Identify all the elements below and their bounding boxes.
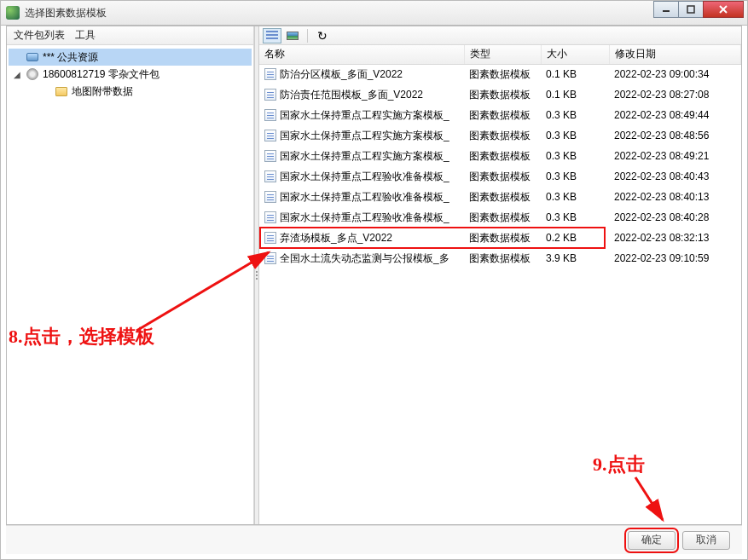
ok-button[interactable]: 确定 <box>628 531 676 550</box>
monitor-icon <box>26 50 39 64</box>
file-icon <box>264 68 276 80</box>
maximize-button[interactable] <box>678 1 704 18</box>
file-icon <box>264 130 276 141</box>
svg-rect-1 <box>687 6 694 13</box>
refresh-button[interactable]: ↻ <box>313 28 332 43</box>
file-type: 图素数据模板 <box>464 64 541 84</box>
file-size: 0.3 KB <box>541 105 609 125</box>
view-thumb-button[interactable] <box>283 28 302 43</box>
file-mtime: 2022-02-23 09:00:34 <box>609 64 741 84</box>
file-type: 图素数据模板 <box>464 84 541 105</box>
table-row[interactable]: 国家水土保持重点工程验收准备模板_图素数据模板0.3 KB2022-02-23 … <box>259 207 741 228</box>
left-panel: 文件包列表 工具 *** 公共资源◢18600812719 零杂文件包地图附带数… <box>7 26 254 524</box>
file-type: 图素数据模板 <box>464 105 541 125</box>
tree-item[interactable]: 地图附带数据 <box>9 83 252 100</box>
file-size: 0.3 KB <box>541 166 609 187</box>
file-size: 0.3 KB <box>541 146 609 166</box>
file-size: 0.3 KB <box>541 187 609 207</box>
file-mtime: 2022-02-23 08:49:21 <box>609 146 741 166</box>
tree-item-label: 18600812719 零杂文件包 <box>43 67 159 82</box>
window-title: 选择图素数据模板 <box>25 6 747 20</box>
menu-tools[interactable]: 工具 <box>75 28 96 43</box>
file-mtime: 2022-02-23 08:49:44 <box>609 105 741 125</box>
file-name: 国家水土保持重点工程实施方案模板_ <box>280 149 449 164</box>
view-list-button[interactable] <box>263 28 281 43</box>
file-type: 图素数据模板 <box>464 187 541 207</box>
file-mtime: 2022-02-23 08:32:13 <box>609 228 741 248</box>
refresh-icon: ↻ <box>317 30 328 42</box>
col-name[interactable]: 名称 <box>259 45 464 64</box>
file-name: 国家水土保持重点工程实施方案模板_ <box>280 129 449 143</box>
file-icon <box>264 232 276 244</box>
window-buttons <box>654 1 744 18</box>
file-size: 0.1 KB <box>541 64 609 84</box>
file-name: 国家水土保持重点工程验收准备模板_ <box>280 190 449 205</box>
file-type: 图素数据模板 <box>464 207 541 228</box>
file-icon <box>264 252 276 264</box>
file-type: 图素数据模板 <box>464 166 541 187</box>
file-table-wrap: 名称 类型 大小 修改日期 防治分区模板_多面_V2022图素数据模板0.1 K… <box>259 45 741 524</box>
file-icon <box>264 89 276 101</box>
table-row[interactable]: 防治分区模板_多面_V2022图素数据模板0.1 KB2022-02-23 09… <box>259 64 741 84</box>
file-name: 全国水土流失动态监测与公报模板_多 <box>280 251 449 266</box>
folder-icon <box>55 84 68 98</box>
file-icon <box>264 109 276 121</box>
file-mtime: 2022-02-23 08:40:43 <box>609 166 741 187</box>
tree-expander-icon[interactable]: ◢ <box>12 70 22 79</box>
col-mtime[interactable]: 修改日期 <box>609 45 741 64</box>
cancel-button[interactable]: 取消 <box>682 531 730 550</box>
file-mtime: 2022-02-23 08:27:08 <box>609 84 741 105</box>
file-name: 国家水土保持重点工程验收准备模板_ <box>280 211 449 225</box>
tree-item[interactable]: *** 公共资源 <box>9 49 252 66</box>
table-row[interactable]: 全国水土流失动态监测与公报模板_多图素数据模板3.9 KB2022-02-23 … <box>259 248 741 268</box>
table-row[interactable]: 弃渣场模板_多点_V2022图素数据模板0.2 KB2022-02-23 08:… <box>259 228 741 248</box>
file-name: 国家水土保持重点工程验收准备模板_ <box>280 170 449 184</box>
col-type[interactable]: 类型 <box>464 45 541 64</box>
file-size: 0.1 KB <box>541 84 609 105</box>
close-button[interactable] <box>703 1 744 18</box>
right-toolbar: ↻ <box>259 26 741 45</box>
file-size: 3.9 KB <box>541 248 609 268</box>
file-size: 0.3 KB <box>541 207 609 228</box>
app-icon <box>6 6 20 20</box>
file-name: 防治责任范围模板_多面_V2022 <box>280 88 423 102</box>
table-row[interactable]: 国家水土保持重点工程实施方案模板_图素数据模板0.3 KB2022-02-23 … <box>259 146 741 166</box>
file-name: 弃渣场模板_多点_V2022 <box>280 231 392 245</box>
table-row[interactable]: 防治责任范围模板_多面_V2022图素数据模板0.1 KB2022-02-23 … <box>259 84 741 105</box>
tree-item-label: 地图附带数据 <box>72 84 133 99</box>
table-row[interactable]: 国家水土保持重点工程验收准备模板_图素数据模板0.3 KB2022-02-23 … <box>259 166 741 187</box>
file-type: 图素数据模板 <box>464 248 541 268</box>
toolbar-separator <box>307 29 308 43</box>
menu-pkg-list[interactable]: 文件包列表 <box>14 28 65 43</box>
minimize-button[interactable] <box>653 1 679 18</box>
file-table: 名称 类型 大小 修改日期 防治分区模板_多面_V2022图素数据模板0.1 K… <box>259 45 741 268</box>
titlebar: 选择图素数据模板 <box>0 0 748 26</box>
file-mtime: 2022-02-23 08:40:13 <box>609 187 741 207</box>
tree-view[interactable]: *** 公共资源◢18600812719 零杂文件包地图附带数据 <box>7 45 253 524</box>
file-type: 图素数据模板 <box>464 125 541 146</box>
footer: 确定 取消 <box>6 525 742 554</box>
right-panel: ↻ 名称 类型 大小 修改日期 防治分区模板_多面_V2022图素数据模板0.1… <box>259 26 741 524</box>
file-name: 防治分区模板_多面_V2022 <box>280 67 403 82</box>
disc-icon <box>26 67 39 81</box>
col-size[interactable]: 大小 <box>541 45 609 64</box>
file-size: 0.2 KB <box>541 228 609 248</box>
file-mtime: 2022-02-23 08:48:56 <box>609 125 741 146</box>
file-icon <box>264 170 276 182</box>
file-icon <box>264 211 276 223</box>
file-icon <box>264 150 276 162</box>
thumbnail-icon <box>287 32 299 40</box>
file-icon <box>264 191 276 203</box>
file-size: 0.3 KB <box>541 125 609 146</box>
list-icon <box>266 31 278 41</box>
file-mtime: 2022-02-23 09:10:59 <box>609 248 741 268</box>
tree-item[interactable]: ◢18600812719 零杂文件包 <box>9 66 252 83</box>
file-mtime: 2022-02-23 08:40:28 <box>609 207 741 228</box>
file-name: 国家水土保持重点工程实施方案模板_ <box>280 108 449 123</box>
left-menu: 文件包列表 工具 <box>7 26 253 45</box>
file-type: 图素数据模板 <box>464 146 541 166</box>
table-row[interactable]: 国家水土保持重点工程实施方案模板_图素数据模板0.3 KB2022-02-23 … <box>259 125 741 146</box>
table-row[interactable]: 国家水土保持重点工程验收准备模板_图素数据模板0.3 KB2022-02-23 … <box>259 187 741 207</box>
tree-item-label: *** 公共资源 <box>43 50 98 65</box>
table-row[interactable]: 国家水土保持重点工程实施方案模板_图素数据模板0.3 KB2022-02-23 … <box>259 105 741 125</box>
